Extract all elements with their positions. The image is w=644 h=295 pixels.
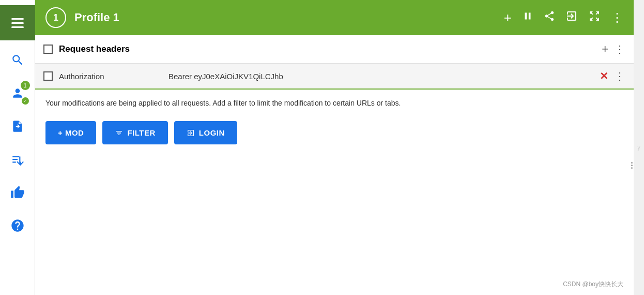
hamburger-button[interactable] [0,5,35,40]
sidebar-item-add-document[interactable] [8,117,27,136]
section-header-actions: + ⋮ [602,42,625,56]
login-action-label: LOGIN [199,128,225,137]
profile-badge: 1 [21,81,30,90]
login-button[interactable] [565,10,578,25]
header-bar: 1 Profile 1 + ⋮ [35,0,634,35]
profile-check-badge: ✓ [22,97,29,105]
search-icon [11,53,24,67]
add-header-button[interactable]: + [602,42,608,56]
sidebar-item-thumbsup[interactable] [8,183,27,202]
auth-checkbox[interactable] [43,71,53,81]
right-edge: y [634,0,644,295]
content-area: Request headers + ⋮ Authorization Bearer… [35,35,634,295]
login-action-button[interactable]: LOGIN [174,121,237,144]
section-checkbox[interactable] [43,45,53,54]
auth-value: Bearer eyJ0eXAiOiJKV1QiLCJhb [168,72,593,81]
delete-auth-button[interactable]: ✕ [600,70,608,82]
filter-button[interactable]: FILTER [102,121,167,144]
hamburger-icon [11,18,24,28]
share-button[interactable] [544,10,555,25]
auth-actions: ✕ ⋮ [600,70,625,82]
auth-more-button[interactable]: ⋮ [615,70,625,82]
mod-button[interactable]: + MOD [45,121,96,144]
sidebar-item-search[interactable] [8,51,27,69]
help-icon [10,218,25,233]
pause-button[interactable] [522,10,533,25]
section-header: Request headers + ⋮ [35,35,634,64]
header-actions: + ⋮ [504,10,623,26]
authorization-row: Authorization Bearer eyJ0eXAiOiJKV1QiLCJ… [35,64,634,90]
sidebar-icon-list: 1 ✓ [8,40,27,295]
section-more-button[interactable]: ⋮ [615,43,625,55]
section-title: Request headers [59,44,595,54]
header-title: Profile 1 [74,11,496,24]
sidebar-item-help[interactable] [8,216,27,235]
sidebar-item-profile[interactable]: 1 ✓ [8,84,27,102]
login-icon [187,129,195,137]
filter-icon [115,129,123,137]
more-options-button[interactable]: ⋮ [611,10,623,25]
add-button[interactable]: + [504,10,512,26]
thumbs-up-icon [10,185,25,200]
expand-button[interactable] [588,10,601,25]
footer-watermark: CSDN @boy快快长大 [563,280,623,289]
action-buttons: + MOD FILTER LOGIN [35,117,634,149]
sidebar: 1 ✓ [0,0,35,295]
profile-number-circle: 1 [45,7,66,28]
scrollbar-dot [631,165,633,166]
scrollbar-indicator [630,155,634,175]
auth-name: Authorization [59,72,162,81]
filter-label: FILTER [127,128,155,137]
add-document-icon [11,120,24,133]
scrollbar-dot [631,162,633,164]
sidebar-item-sort[interactable] [8,150,27,169]
main-content: 1 Profile 1 + ⋮ Request headers + [35,0,634,295]
sort-icon [11,153,24,166]
info-text: Your modifications are being applied to … [35,90,634,117]
scrollbar-dot [631,167,633,169]
